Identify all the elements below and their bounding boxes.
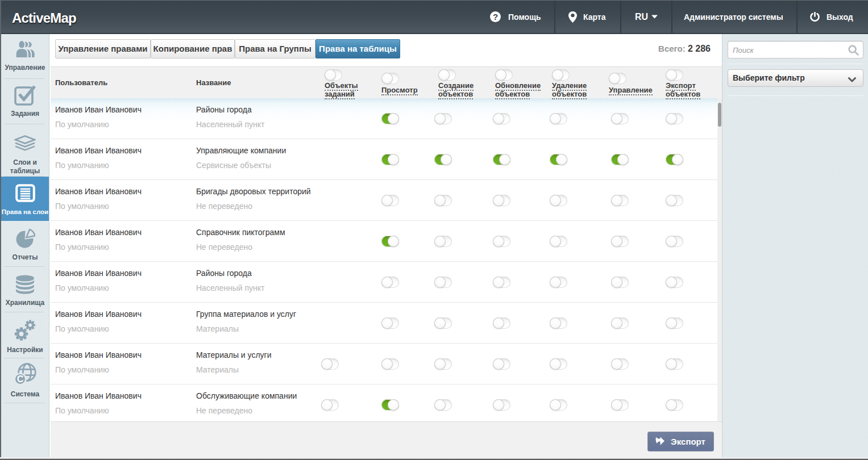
svg-text:C: C (17, 374, 24, 384)
